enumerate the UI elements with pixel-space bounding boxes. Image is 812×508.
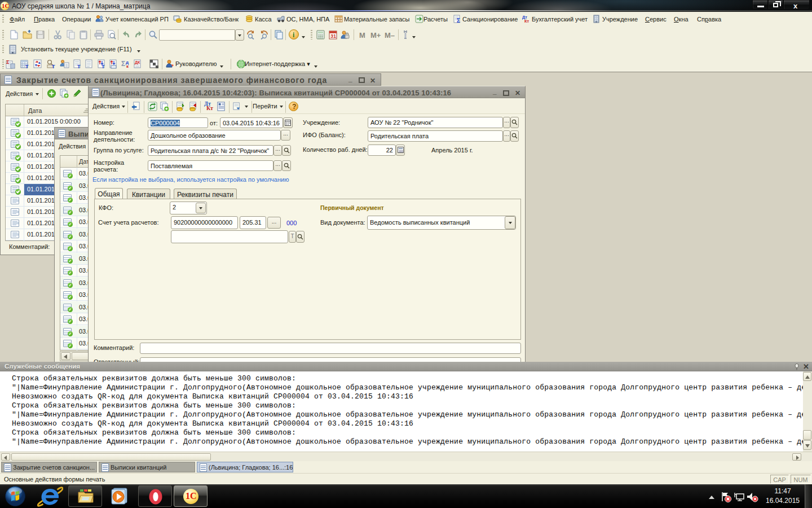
svg-text:Σ: Σ [6,59,10,65]
svg-text:T: T [52,64,55,69]
svg-text:T: T [102,64,105,69]
svg-text:Кт: Кт [524,19,529,23]
svg-text:Σ: Σ [121,60,125,68]
svg-text:ДК: ДК [135,60,140,65]
svg-text:31: 31 [330,33,336,39]
svg-text:к: к [126,64,129,69]
svg-text:Σ: Σ [457,17,460,23]
svg-text:T: T [77,64,81,69]
svg-text:T: T [25,64,29,69]
